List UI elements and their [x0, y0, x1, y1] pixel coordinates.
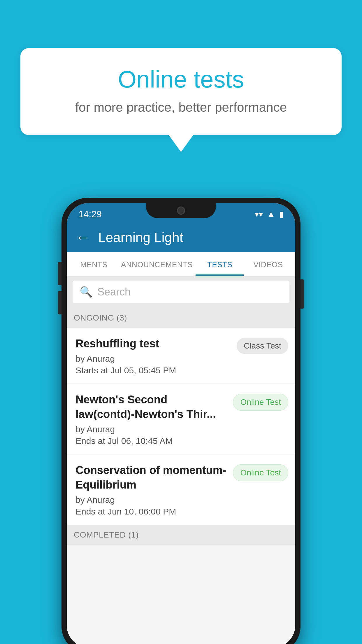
volume-up-button[interactable] — [58, 262, 61, 285]
test-time: Ends at Jun 10, 06:00 PM — [75, 507, 227, 517]
battery-icon: ▮ — [279, 209, 284, 219]
test-title: Conservation of momentum-Equilibrium — [75, 463, 227, 492]
ongoing-section-header: ONGOING (3) — [67, 308, 295, 328]
search-icon: 🔍 — [80, 286, 93, 298]
test-author: by Anurag — [75, 424, 227, 434]
phone-screen: 14:29 ▾▾ ▲ ▮ ← Learning Light MENTS ANNO… — [67, 203, 295, 644]
completed-label: COMPLETED (1) — [74, 530, 139, 539]
test-item[interactable]: Reshuffling test by Anurag Starts at Jul… — [67, 328, 295, 384]
test-item[interactable]: Conservation of momentum-Equilibrium by … — [67, 454, 295, 525]
search-container: 🔍 Search — [67, 276, 295, 308]
front-camera — [177, 206, 185, 215]
app-title: Learning Light — [98, 230, 183, 245]
test-item[interactable]: Newton's Second law(contd)-Newton's Thir… — [67, 384, 295, 454]
speech-bubble: Online tests for more practice, better p… — [20, 48, 342, 135]
ongoing-label: ONGOING (3) — [74, 313, 127, 322]
back-button[interactable]: ← — [75, 230, 89, 244]
tab-tests[interactable]: TESTS — [196, 252, 244, 276]
test-author: by Anurag — [75, 354, 231, 364]
tab-videos[interactable]: VIDEOS — [244, 252, 292, 276]
status-time: 14:29 — [78, 209, 102, 220]
test-item-content: Conservation of momentum-Equilibrium by … — [75, 463, 233, 517]
phone-notch — [146, 203, 216, 218]
search-input[interactable]: Search — [97, 286, 131, 298]
test-time: Starts at Jul 05, 05:45 PM — [75, 365, 231, 375]
power-button[interactable] — [301, 279, 304, 309]
test-badge: Online Test — [233, 464, 288, 481]
speech-bubble-arrow — [169, 135, 193, 152]
test-title: Reshuffling test — [75, 337, 231, 351]
test-item-content: Newton's Second law(contd)-Newton's Thir… — [75, 393, 233, 446]
phone-frame: 14:29 ▾▾ ▲ ▮ ← Learning Light MENTS ANNO… — [61, 198, 301, 644]
app-header: ← Learning Light — [67, 223, 295, 252]
tab-ments[interactable]: MENTS — [70, 252, 118, 276]
promo-section: Online tests for more practice, better p… — [20, 48, 342, 152]
phone-content: 🔍 Search ONGOING (3) Reshuffling test by… — [67, 276, 295, 644]
status-icons: ▾▾ ▲ ▮ — [255, 209, 284, 219]
volume-down-button[interactable] — [58, 291, 61, 314]
test-title: Newton's Second law(contd)-Newton's Thir… — [75, 393, 227, 421]
test-badge: Class Test — [237, 338, 288, 354]
completed-section-header: COMPLETED (1) — [67, 525, 295, 545]
signal-icon: ▲ — [267, 209, 275, 219]
tabs-bar: MENTS ANNOUNCEMENTS TESTS VIDEOS — [67, 252, 295, 276]
test-time: Ends at Jul 06, 10:45 AM — [75, 436, 227, 446]
tab-announcements[interactable]: ANNOUNCEMENTS — [118, 252, 196, 276]
test-author: by Anurag — [75, 495, 227, 505]
promo-subtitle: for more practice, better performance — [44, 100, 318, 115]
search-box[interactable]: 🔍 Search — [73, 281, 289, 303]
wifi-icon: ▾▾ — [255, 209, 263, 219]
test-item-content: Reshuffling test by Anurag Starts at Jul… — [75, 337, 237, 375]
test-badge: Online Test — [233, 394, 288, 411]
promo-title: Online tests — [44, 66, 318, 93]
